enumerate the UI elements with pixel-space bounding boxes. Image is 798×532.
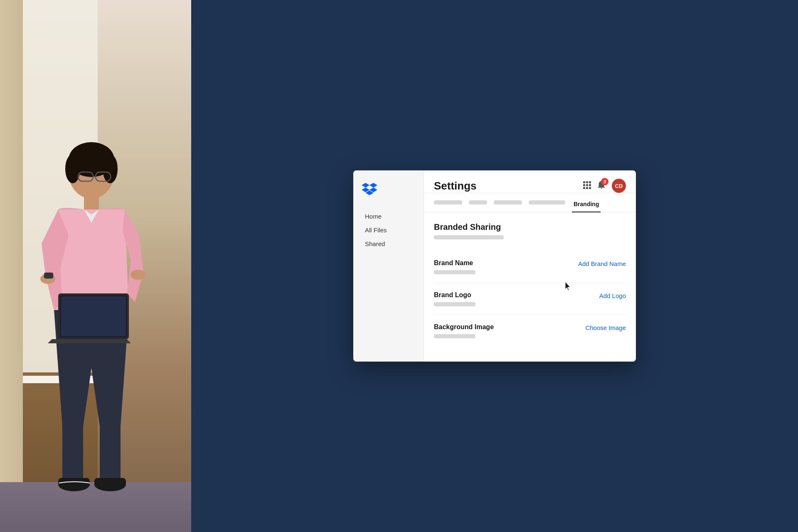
photo-panel bbox=[0, 0, 191, 532]
add-brand-name-button[interactable]: Add Brand Name bbox=[578, 259, 626, 267]
brand-logo-label-group: Brand Logo bbox=[434, 291, 475, 306]
person-image bbox=[21, 135, 162, 511]
sidebar: Home All Files Shared bbox=[353, 170, 424, 362]
svg-point-9 bbox=[131, 270, 145, 280]
cursor bbox=[565, 282, 572, 293]
svg-rect-27 bbox=[586, 187, 588, 189]
tab-placeholder-2[interactable] bbox=[469, 200, 487, 204]
sidebar-item-shared[interactable]: Shared bbox=[362, 238, 415, 250]
brand-name-label: Brand Name bbox=[434, 259, 475, 267]
background-image-label-group: Background Image bbox=[434, 323, 494, 338]
svg-rect-11 bbox=[100, 426, 121, 480]
page-title: Settings bbox=[434, 180, 477, 192]
avatar[interactable]: CD bbox=[612, 179, 626, 193]
svg-rect-23 bbox=[583, 184, 585, 186]
notification-badge: 3 bbox=[601, 178, 608, 185]
choose-image-button[interactable]: Choose Image bbox=[585, 323, 626, 331]
svg-rect-25 bbox=[589, 184, 591, 186]
svg-rect-20 bbox=[583, 181, 585, 183]
right-panel: Home All Files Shared Settings bbox=[191, 0, 798, 532]
brand-logo-row: Brand Logo Add Logo bbox=[434, 283, 626, 315]
app-window: Home All Files Shared Settings bbox=[353, 170, 636, 362]
section-title: Branded Sharing bbox=[434, 222, 626, 232]
dropbox-logo bbox=[362, 182, 415, 197]
header-actions: 3 CD bbox=[583, 179, 626, 193]
svg-rect-26 bbox=[583, 187, 585, 189]
brand-name-label-group: Brand Name bbox=[434, 259, 475, 274]
svg-rect-28 bbox=[589, 187, 591, 189]
nav-menu: Home All Files Shared bbox=[362, 210, 415, 250]
brand-logo-value-bar bbox=[434, 302, 475, 306]
tabs-bar: Branding bbox=[424, 197, 636, 212]
svg-rect-22 bbox=[589, 181, 591, 183]
brand-name-row: Brand Name Add Brand Name bbox=[434, 251, 626, 283]
settings-body: Branded Sharing Brand Name Add Brand Nam… bbox=[424, 212, 636, 362]
background-image-row: Background Image Choose Image bbox=[434, 315, 626, 347]
section-subtitle-placeholder bbox=[434, 235, 504, 239]
svg-rect-15 bbox=[94, 478, 126, 486]
tab-branding[interactable]: Branding bbox=[572, 197, 601, 212]
brand-name-value-bar bbox=[434, 270, 475, 274]
app-header: Settings bbox=[424, 170, 636, 193]
svg-rect-18 bbox=[61, 296, 126, 336]
sidebar-item-home[interactable]: Home bbox=[362, 210, 415, 222]
svg-rect-19 bbox=[44, 273, 53, 278]
tab-placeholder-4[interactable] bbox=[529, 200, 565, 204]
svg-rect-7 bbox=[84, 197, 99, 209]
svg-point-2 bbox=[65, 154, 80, 183]
grid-icon[interactable] bbox=[583, 181, 591, 191]
sidebar-item-all-files[interactable]: All Files bbox=[362, 224, 415, 236]
tab-placeholder-1[interactable] bbox=[434, 200, 462, 204]
svg-rect-21 bbox=[586, 181, 588, 183]
main-content: Settings bbox=[424, 170, 636, 362]
svg-rect-10 bbox=[62, 426, 83, 480]
svg-rect-24 bbox=[586, 184, 588, 186]
notification-bell[interactable]: 3 bbox=[597, 180, 606, 191]
background-image-value-bar bbox=[434, 334, 475, 338]
background-image-label: Background Image bbox=[434, 323, 494, 331]
add-logo-button[interactable]: Add Logo bbox=[599, 291, 626, 299]
tab-placeholder-3[interactable] bbox=[494, 200, 522, 204]
brand-logo-label: Brand Logo bbox=[434, 291, 475, 299]
